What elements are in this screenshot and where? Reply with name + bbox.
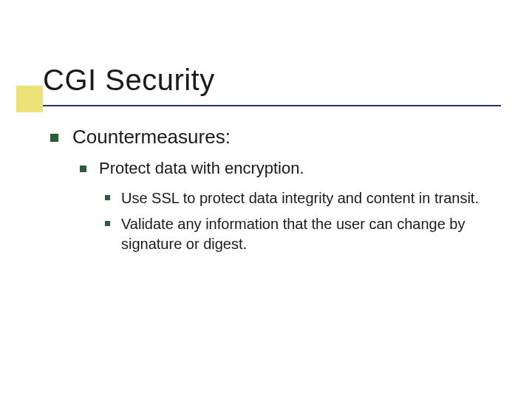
slide: CGI Security Countermeasures: Protect da… [0,0,532,399]
bullet-text: Countermeasures: [72,126,231,148]
list-item: Countermeasures: Protect data with encry… [43,126,502,254]
title-area: CGI Security [43,64,502,106]
list-item: Use SSL to protect data integrity and co… [99,188,502,208]
bullet-text: Use SSL to protect data integrity and co… [121,190,479,206]
bullet-text: Protect data with encryption. [99,159,304,177]
slide-body: Countermeasures: Protect data with encry… [43,126,502,266]
list-item: Validate any information that the user c… [99,214,502,254]
list-item: Protect data with encryption. Use SSL to… [72,159,502,254]
bullets-level-2: Protect data with encryption. Use SSL to… [72,159,502,254]
slide-title: CGI Security [43,64,502,105]
title-underline [43,105,501,106]
accent-square [16,86,43,112]
bullets-level-1: Countermeasures: Protect data with encry… [43,126,502,254]
bullet-text: Validate any information that the user c… [121,216,465,252]
bullets-level-3: Use SSL to protect data integrity and co… [99,188,502,254]
